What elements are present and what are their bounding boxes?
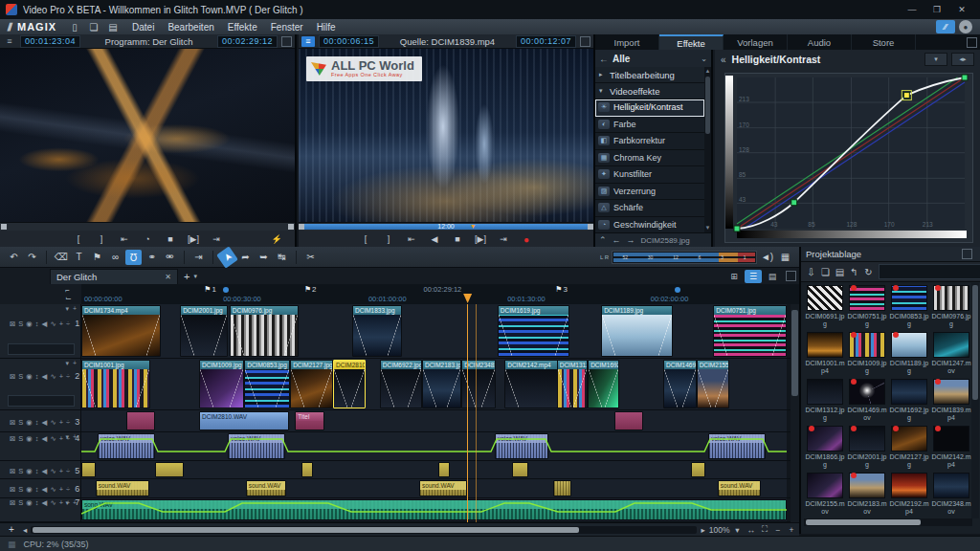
track-content-1[interactable]: DCIM1734.mp4DCIM2001.jpgDCIM0976.jpgDCIM…: [81, 304, 787, 358]
play-button[interactable]: [▶]: [187, 234, 200, 244]
bin-item-DCIM2155.mov[interactable]: DCIM2155.mov: [804, 471, 846, 518]
title-text-button[interactable]: T: [71, 250, 87, 265]
bin-item-DCIM1009.jpg[interactable]: DCIM1009.jpg: [846, 330, 888, 377]
clip-DCIM2155.mov[interactable]: DCIM2155.mov: [697, 360, 730, 408]
clip-sound.WAV[interactable]: sound.WAV: [419, 480, 467, 496]
bin-item-DCIM2183.mov[interactable]: DCIM2183.mov: [846, 471, 888, 518]
visibility-icon[interactable]: ◉: [26, 467, 33, 475]
curve-icon[interactable]: ÷: [66, 467, 70, 475]
keyframe-toggle2-icon[interactable]: ⌙: [65, 294, 72, 302]
timeline-marker-1[interactable]: ⚑1: [204, 285, 216, 294]
curve-point[interactable]: [734, 226, 740, 231]
collapse-track-icon[interactable]: ▾: [65, 499, 69, 507]
timeline-view-button[interactable]: ☰: [745, 270, 762, 283]
clip-untitled[interactable]: [553, 480, 571, 496]
transition-handle-right[interactable]: [408, 369, 421, 408]
play-button[interactable]: [▶]: [474, 234, 487, 244]
add-effect-icon[interactable]: +: [73, 360, 77, 367]
plus-icon[interactable]: +: [59, 372, 63, 381]
minimize-button[interactable]: —: [900, 2, 924, 17]
add-effect-icon[interactable]: +: [73, 433, 77, 441]
scrollbar-thumb[interactable]: [806, 519, 921, 525]
transition-icon[interactable]: ∿: [50, 498, 56, 507]
clip-DCIM2810.WAV[interactable]: DCIM2810.WAV: [199, 411, 289, 430]
transition-handle-left[interactable]: [462, 369, 476, 408]
transition-icon[interactable]: ∿: [50, 485, 56, 494]
panel-detach-icon[interactable]: [967, 37, 977, 48]
effect-item-helligkeit-kontrast[interactable]: ☀Helligkeit/Kontrast: [595, 99, 704, 117]
menu-fenster[interactable]: Fenster: [264, 21, 310, 33]
transition-handle-right[interactable]: [605, 369, 618, 408]
bin-item-DCIM2127.jpg[interactable]: DCIM2127.jpg: [888, 424, 930, 471]
speaker-icon[interactable]: ◄): [759, 250, 775, 265]
transition-handle-right[interactable]: [447, 369, 460, 408]
collapse-track-icon[interactable]: ▾: [65, 433, 69, 441]
close-icon[interactable]: ✕: [165, 273, 171, 281]
track-content-2[interactable]: DCIM1001.jpgDCIM1009.jpgDCIM0853.jpgDCIM…: [81, 359, 787, 409]
compare-button[interactable]: ◂▸: [951, 53, 974, 66]
bin-item-DCIM0853.jpg[interactable]: DCIM0853.jpg: [888, 283, 930, 330]
scroll-left-icon[interactable]: ◂: [23, 525, 27, 535]
solo-icon[interactable]: S: [18, 320, 23, 328]
mixer-icon[interactable]: ▦: [777, 250, 793, 265]
collapse-track-icon[interactable]: ▾: [65, 305, 69, 313]
mark-in-button[interactable]: [: [72, 234, 85, 244]
bin-item-DCIM2001.jpg[interactable]: DCIM2001.jpg: [846, 424, 888, 471]
range-handle-left[interactable]: [299, 224, 304, 230]
tone-curve-graph[interactable]: 21317012885434385128170213: [724, 73, 973, 243]
stretch-mode-button[interactable]: ↹: [274, 250, 290, 265]
transition-handle-right[interactable]: [213, 315, 227, 356]
clip-Titel[interactable]: Titel: [295, 411, 323, 430]
find-gaps-button[interactable]: ∞: [107, 250, 123, 265]
keyframe-icon[interactable]: ↕: [35, 434, 39, 443]
all-tracks-mode-button[interactable]: ➥: [256, 250, 272, 265]
menu-datei[interactable]: Datei: [125, 21, 161, 33]
scrollbar-thumb[interactable]: [791, 310, 798, 396]
transition-handle-left[interactable]: [82, 315, 96, 356]
range-marker-dot[interactable]: [223, 287, 229, 293]
lock-icon[interactable]: ⊠: [10, 485, 15, 494]
stop-button[interactable]: ■: [451, 234, 464, 244]
chevron-down-icon[interactable]: ⌄: [701, 55, 707, 63]
clip-voice.WAV[interactable]: voice.WAV: [708, 433, 766, 459]
scroll-up-icon[interactable]: ▲: [704, 67, 711, 76]
menu-hilfe[interactable]: Hilfe: [310, 21, 343, 33]
playhead-line[interactable]: [467, 304, 468, 522]
back-icon[interactable]: ←: [599, 54, 609, 64]
clip-DCIM0853.jpg[interactable]: DCIM0853.jpg: [244, 360, 290, 408]
transition-handle-right[interactable]: [388, 315, 401, 356]
plus-icon[interactable]: +: [59, 485, 63, 494]
visibility-icon[interactable]: ◉: [26, 372, 33, 381]
bin-v-scrollbar[interactable]: [971, 283, 979, 518]
source-timecode-current[interactable]: 00:00:06:15: [319, 35, 379, 48]
clip-DCIM1833.jpg[interactable]: DCIM1833.jpg: [352, 305, 402, 357]
clip-DCIM1692.jpg[interactable]: DCIM1692.jpg: [588, 360, 619, 408]
scrub-handle-right[interactable]: [288, 224, 294, 230]
zoom-horizontal[interactable]: ↔: [747, 525, 756, 535]
timeline-marker-2[interactable]: ⚑2: [304, 285, 317, 294]
clip-voice.WAV[interactable]: voice.WAV: [228, 433, 285, 459]
bin-search-input[interactable]: [879, 264, 980, 279]
transition-handle-left[interactable]: [558, 369, 571, 408]
track-content-6[interactable]: sound.WAVsound.WAVsound.WAVsound.WAV: [81, 479, 787, 497]
effects-filter-label[interactable]: Alle: [612, 54, 697, 64]
save-project-icon[interactable]: ▤: [104, 21, 122, 33]
export-button[interactable]: ⚡: [270, 234, 283, 244]
track-content-7[interactable]: song.WAV: [81, 498, 787, 521]
transition-handle-left[interactable]: [698, 369, 711, 408]
clip-DCIM1734.mp4[interactable]: DCIM1734.mp4: [81, 305, 161, 357]
maximize-button[interactable]: ❐: [924, 2, 949, 17]
zoom-dropdown[interactable]: ▾: [734, 525, 742, 535]
jump-end-button[interactable]: ⇥: [210, 234, 223, 244]
playhead-ghost-line[interactable]: [476, 304, 477, 522]
mark-out-button[interactable]: ]: [95, 234, 108, 244]
transition-handle-left[interactable]: [423, 369, 436, 408]
track-header-6[interactable]: ⊠S◉↕◀∿+÷6: [0, 479, 81, 497]
add-effect-icon[interactable]: +: [73, 499, 77, 507]
effect-item-farbkorrektur[interactable]: ◧Farbkorrektur: [595, 133, 704, 150]
transition-handle-right[interactable]: [573, 369, 587, 408]
bin-item-DCIM1189.jpg[interactable]: DCIM1189.jpg: [888, 330, 930, 377]
visibility-icon[interactable]: ◉: [26, 418, 33, 427]
volume-icon[interactable]: ◀: [42, 434, 48, 443]
bin-item-DCIM1839.mp4[interactable]: DCIM1839.mp4: [930, 377, 972, 424]
